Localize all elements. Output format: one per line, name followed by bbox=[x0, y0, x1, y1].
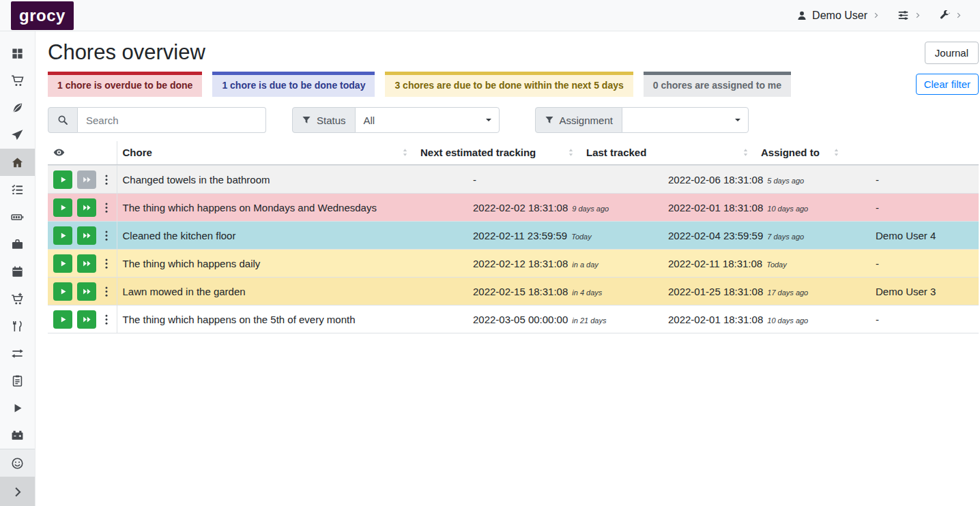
last-tracked-relative: 10 days ago bbox=[767, 205, 808, 213]
column-visibility-header[interactable] bbox=[48, 141, 117, 165]
track-chore-execution-button[interactable] bbox=[53, 254, 72, 273]
last-tracked-time: 2022-02-06 18:31:08 bbox=[668, 174, 763, 185]
sidebar-item-battery[interactable] bbox=[0, 203, 35, 230]
fast-forward-icon bbox=[82, 230, 92, 241]
chores-table-header: Chore Next estimated tracking Last track… bbox=[48, 141, 979, 165]
sidebar-item-calendar[interactable] bbox=[0, 258, 35, 285]
user-menu[interactable]: Demo User bbox=[796, 10, 880, 22]
sidebar-item-car-battery[interactable] bbox=[0, 421, 35, 449]
ellipsis-vertical-icon bbox=[104, 173, 109, 186]
play-icon bbox=[59, 315, 68, 324]
skip-chore-button[interactable] bbox=[77, 170, 96, 189]
sidebar-item-tasks[interactable] bbox=[0, 176, 35, 203]
banner-text: 1 chore is due to be done today bbox=[222, 80, 365, 91]
status-banner[interactable]: 1 chore is overdue to be done bbox=[48, 72, 202, 97]
assignment-filter-group: Assignment bbox=[535, 107, 749, 133]
clipboard-list-icon bbox=[11, 374, 24, 387]
top-navbar: grocy Demo User bbox=[0, 0, 980, 31]
next-tracking-time: 2022-02-15 18:31:08 bbox=[473, 286, 568, 297]
calendar-icon bbox=[11, 265, 24, 278]
chore-name: Lawn mowed in the garden bbox=[123, 286, 246, 297]
next-tracking-time: 2022-02-02 18:31:08 bbox=[473, 202, 568, 213]
sidebar-item-utensils[interactable] bbox=[0, 312, 35, 340]
chore-context-menu-button[interactable] bbox=[104, 173, 109, 186]
skip-chore-button[interactable] bbox=[77, 254, 96, 273]
assigned-user: Demo User 4 bbox=[876, 230, 936, 241]
exchange-arrows-icon bbox=[11, 347, 24, 360]
chevron-right-icon bbox=[914, 12, 921, 19]
sort-icon bbox=[566, 147, 575, 158]
shopping-cart-icon bbox=[11, 74, 24, 87]
fast-forward-icon bbox=[82, 258, 92, 269]
track-chore-execution-button[interactable] bbox=[53, 310, 72, 329]
status-banner[interactable]: 1 chore is due to be done today bbox=[212, 72, 375, 97]
journal-button[interactable]: Journal bbox=[925, 42, 979, 64]
track-chore-execution-button[interactable] bbox=[53, 198, 72, 217]
sidebar-item-chores-overview[interactable] bbox=[0, 149, 35, 176]
sidebar-item-exchange[interactable] bbox=[0, 340, 35, 367]
skip-chore-button[interactable] bbox=[77, 310, 96, 329]
table-row: Lawn mowed in the garden 2022-02-15 18:3… bbox=[48, 278, 979, 306]
sidebar-item-paper-plane[interactable] bbox=[0, 121, 35, 149]
chore-name: Changed towels in the bathroom bbox=[123, 174, 270, 185]
chevron-right-icon bbox=[11, 486, 24, 498]
chore-context-menu-button[interactable] bbox=[104, 201, 109, 214]
sidebar-item-briefcase[interactable] bbox=[0, 230, 35, 258]
column-header-chore[interactable]: Chore bbox=[117, 141, 415, 165]
assigned-user: - bbox=[876, 314, 879, 325]
wrench-icon bbox=[939, 10, 950, 21]
skip-chore-button[interactable] bbox=[77, 198, 96, 217]
table-row: Cleaned the kitchen floor 2022-02-11 23:… bbox=[48, 222, 979, 250]
play-icon bbox=[11, 402, 24, 415]
main-content: Chores overview Journal 1 chore is overd… bbox=[35, 31, 980, 333]
status-select[interactable]: All bbox=[355, 107, 500, 133]
chore-context-menu-button[interactable] bbox=[104, 285, 109, 298]
search-input[interactable] bbox=[78, 107, 266, 133]
sidebar-item-smiley[interactable] bbox=[0, 449, 35, 477]
filter-funnel-icon bbox=[545, 115, 554, 125]
admin-menu[interactable] bbox=[939, 10, 962, 21]
next-tracking-time: 2022-02-11 23:59:59 bbox=[473, 230, 567, 241]
skip-chore-button[interactable] bbox=[77, 226, 96, 245]
sidebar-item-boxes[interactable] bbox=[0, 40, 35, 67]
sidebar-item-leaf[interactable] bbox=[0, 94, 35, 121]
tasks-icon bbox=[11, 183, 24, 196]
status-filter-group: Status All bbox=[292, 107, 500, 133]
column-header-next-tracking[interactable]: Next estimated tracking bbox=[415, 141, 581, 165]
chore-context-menu-button[interactable] bbox=[104, 257, 109, 270]
sidebar-item-clipboard[interactable] bbox=[0, 367, 35, 394]
last-tracked-relative: 5 days ago bbox=[767, 177, 804, 185]
sidebar-item-cart-plus[interactable] bbox=[0, 285, 35, 312]
column-header-last-tracked[interactable]: Last tracked bbox=[581, 141, 755, 165]
sidebar-item-play[interactable] bbox=[0, 394, 35, 421]
skip-chore-button[interactable] bbox=[77, 282, 96, 301]
sort-icon bbox=[401, 147, 409, 158]
settings-menu[interactable] bbox=[897, 10, 921, 21]
chore-context-menu-button[interactable] bbox=[104, 229, 109, 242]
app-logo[interactable]: grocy bbox=[11, 1, 74, 30]
next-tracking-relative: in 21 days bbox=[572, 316, 606, 325]
track-chore-execution-button[interactable] bbox=[53, 170, 72, 189]
table-row: The thing which happens on the 5th of ev… bbox=[48, 306, 979, 333]
ellipsis-vertical-icon bbox=[104, 257, 109, 270]
assigned-user: - bbox=[876, 202, 879, 213]
chore-context-menu-button[interactable] bbox=[104, 313, 109, 326]
assigned-user: - bbox=[876, 174, 879, 185]
sidebar-expand-toggle[interactable] bbox=[0, 477, 35, 506]
assignment-select[interactable] bbox=[622, 107, 749, 133]
fast-forward-icon bbox=[82, 175, 92, 185]
sort-icon bbox=[832, 147, 841, 158]
sidebar-item-shopping-cart[interactable] bbox=[0, 67, 35, 94]
clear-filter-button[interactable]: Clear filter bbox=[916, 74, 979, 95]
last-tracked-time: 2022-02-01 18:31:08 bbox=[668, 202, 763, 213]
column-header-assigned-to[interactable]: Assigned to bbox=[755, 141, 846, 165]
status-banner[interactable]: 0 chores are assigned to me bbox=[644, 72, 791, 97]
track-chore-execution-button[interactable] bbox=[53, 282, 72, 301]
status-banner[interactable]: 3 chores are due to be done within the n… bbox=[385, 72, 633, 97]
status-banner-list: 1 chore is overdue to be done 1 chore is… bbox=[48, 72, 801, 97]
play-icon bbox=[59, 231, 68, 240]
play-icon bbox=[59, 203, 68, 212]
sliders-icon bbox=[897, 10, 909, 21]
track-chore-execution-button[interactable] bbox=[53, 226, 72, 245]
last-tracked-time: 2022-02-11 18:31:08 bbox=[668, 258, 762, 269]
